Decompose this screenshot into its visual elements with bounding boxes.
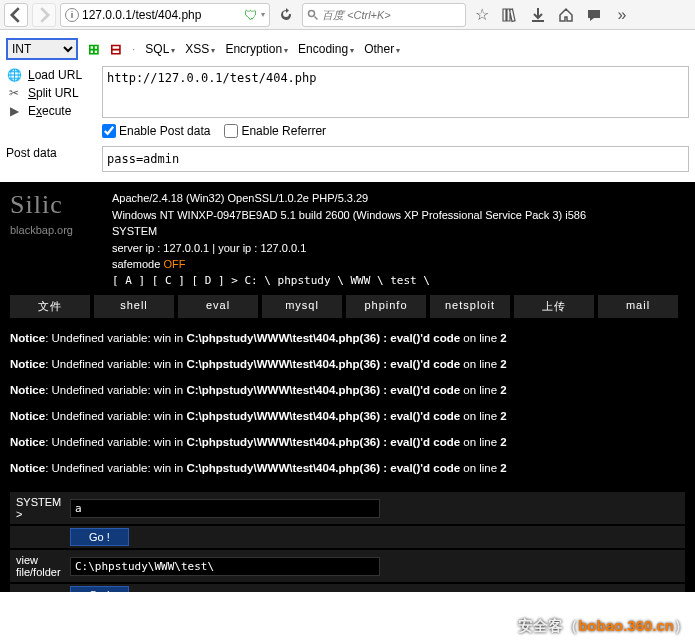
forward-button[interactable] [32,3,56,27]
system-go-button[interactable]: Go ! [70,528,129,546]
chat-icon[interactable] [582,3,606,27]
search-icon [307,9,319,21]
download-icon[interactable] [526,3,550,27]
reload-button[interactable] [274,3,298,27]
url-bar[interactable]: i 🛡 ▾ [60,3,270,27]
tab-shell[interactable]: shell [94,295,174,318]
menu-sql[interactable]: SQL [145,42,175,56]
svg-point-0 [309,10,315,16]
hackbar-panel: INT ⊞ ⊟ · SQL XSS Encryption Encoding Ot… [0,30,695,182]
tab-netsploit[interactable]: netsploit [430,295,510,318]
hackbar-menu: INT ⊞ ⊟ · SQL XSS Encryption Encoding Ot… [6,34,689,66]
tab-upload[interactable]: 上传 [514,295,594,318]
server-info: Apache/2.4.18 (Win32) OpenSSL/1.0.2e PHP… [112,190,685,289]
tab-files[interactable]: 文件 [10,295,90,318]
load-url-label: Load URL [28,68,82,82]
enable-referrer-checkbox[interactable]: Enable Referrer [224,124,326,138]
server-ip: server ip : 127.0.0.1 | your ip : 127.0.… [112,240,685,257]
notice-line: Notice: Undefined variable: win in C:\ph… [10,410,685,422]
shield-icon[interactable]: 🛡 [244,7,258,23]
load-url-button[interactable]: 🌐 Load URL [6,66,96,84]
url-input[interactable] [82,8,241,22]
server-os: Windows NT WINXP-0947BE9AD 5.1 build 260… [112,207,685,224]
enable-post-checkbox[interactable]: Enable Post data [102,124,210,138]
type-select[interactable]: INT [6,38,78,60]
minus-icon[interactable]: ⊟ [110,41,122,57]
execute-button[interactable]: ▶ Execute [6,102,96,120]
tab-eval[interactable]: eval [178,295,258,318]
search-bar[interactable] [302,3,466,27]
server-software: Apache/2.4.18 (Win32) OpenSSL/1.0.2e PHP… [112,190,685,207]
view-path-input[interactable] [70,557,380,576]
library-icon[interactable] [498,3,522,27]
home-icon[interactable] [554,3,578,27]
server-user: SYSTEM [112,223,685,240]
separator: · [132,42,135,56]
split-url-label: Split URL [28,86,79,100]
view-go-button[interactable]: Go ! [70,586,129,592]
star-icon[interactable]: ☆ [470,3,494,27]
post-data-label: Post data [6,146,96,160]
php-notices: Notice: Undefined variable: win in C:\ph… [0,322,695,492]
menu-encoding[interactable]: Encoding [298,42,354,56]
shell-tabs: 文件 shell eval mysql phpinfo netsploit 上传… [0,293,695,322]
system-label: SYSTEM > [10,492,66,524]
menu-encryption[interactable]: Encryption [225,42,288,56]
search-input[interactable] [322,9,461,21]
notice-line: Notice: Undefined variable: win in C:\ph… [10,462,685,474]
back-button[interactable] [4,3,28,27]
current-path: [ A ] [ C ] [ D ] > C: \ phpstudy \ WWW … [112,273,685,290]
tab-phpinfo[interactable]: phpinfo [346,295,426,318]
notice-line: Notice: Undefined variable: win in C:\ph… [10,436,685,448]
plus-icon[interactable]: ⊞ [88,41,100,57]
notice-line: Notice: Undefined variable: win in C:\ph… [10,358,685,370]
menu-other[interactable]: Other [364,42,400,56]
notice-line: Notice: Undefined variable: win in C:\ph… [10,332,685,344]
notice-line: Notice: Undefined variable: win in C:\ph… [10,384,685,396]
play-icon: ▶ [6,104,22,118]
dropdown-icon[interactable]: ▾ [261,10,265,19]
menu-xss[interactable]: XSS [185,42,215,56]
url-textarea[interactable]: http://127.0.0.1/test/404.php [102,66,689,118]
browser-toolbar: i 🛡 ▾ ☆ » [0,0,695,30]
shell-form: SYSTEM > Go ! view file/folder Go ! [0,492,695,592]
post-data-input[interactable] [102,146,689,172]
execute-label: Execute [28,104,71,118]
tab-mail[interactable]: mail [598,295,678,318]
tab-mysql[interactable]: mysql [262,295,342,318]
more-icon[interactable]: » [610,3,634,27]
scissors-icon: ✂ [6,86,22,100]
shell-page: Silic blackbap.org Apache/2.4.18 (Win32)… [0,182,695,592]
system-command-input[interactable] [70,499,380,518]
view-label: view file/folder [10,550,66,582]
safemode: safemode OFF [112,256,685,273]
info-icon[interactable]: i [65,8,79,22]
shell-logo: Silic blackbap.org [10,190,102,289]
split-url-button[interactable]: ✂ Split URL [6,84,96,102]
globe-icon: 🌐 [6,68,22,82]
